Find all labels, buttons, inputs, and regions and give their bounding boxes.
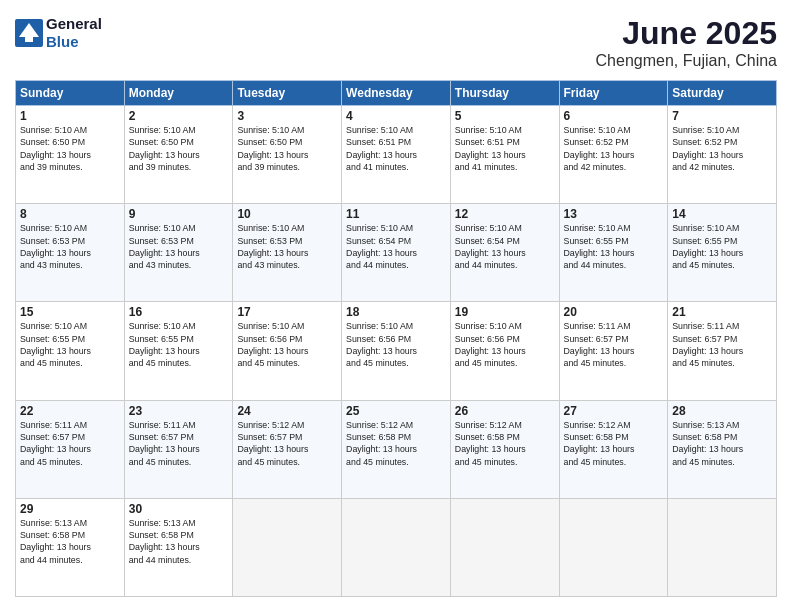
day-number: 2 — [129, 109, 229, 123]
calendar-cell — [342, 498, 451, 596]
day-number: 29 — [20, 502, 120, 516]
calendar-cell: 2Sunrise: 5:10 AMSunset: 6:50 PMDaylight… — [124, 106, 233, 204]
calendar-cell: 8Sunrise: 5:10 AMSunset: 6:53 PMDaylight… — [16, 204, 125, 302]
calendar-cell: 12Sunrise: 5:10 AMSunset: 6:54 PMDayligh… — [450, 204, 559, 302]
day-number: 21 — [672, 305, 772, 319]
th-monday: Monday — [124, 81, 233, 106]
calendar-cell: 15Sunrise: 5:10 AMSunset: 6:55 PMDayligh… — [16, 302, 125, 400]
day-info: Sunrise: 5:10 AMSunset: 6:51 PMDaylight:… — [455, 124, 555, 173]
day-number: 19 — [455, 305, 555, 319]
calendar-subtitle: Chengmen, Fujian, China — [596, 52, 777, 70]
th-sunday: Sunday — [16, 81, 125, 106]
day-info: Sunrise: 5:10 AMSunset: 6:52 PMDaylight:… — [564, 124, 664, 173]
calendar-cell: 10Sunrise: 5:10 AMSunset: 6:53 PMDayligh… — [233, 204, 342, 302]
calendar-cell: 20Sunrise: 5:11 AMSunset: 6:57 PMDayligh… — [559, 302, 668, 400]
day-number: 9 — [129, 207, 229, 221]
day-info: Sunrise: 5:10 AMSunset: 6:50 PMDaylight:… — [20, 124, 120, 173]
calendar-cell: 21Sunrise: 5:11 AMSunset: 6:57 PMDayligh… — [668, 302, 777, 400]
calendar-cell: 17Sunrise: 5:10 AMSunset: 6:56 PMDayligh… — [233, 302, 342, 400]
calendar-cell: 22Sunrise: 5:11 AMSunset: 6:57 PMDayligh… — [16, 400, 125, 498]
day-info: Sunrise: 5:11 AMSunset: 6:57 PMDaylight:… — [20, 419, 120, 468]
calendar-row: 15Sunrise: 5:10 AMSunset: 6:55 PMDayligh… — [16, 302, 777, 400]
calendar-cell: 23Sunrise: 5:11 AMSunset: 6:57 PMDayligh… — [124, 400, 233, 498]
day-info: Sunrise: 5:13 AMSunset: 6:58 PMDaylight:… — [129, 517, 229, 566]
calendar-cell: 9Sunrise: 5:10 AMSunset: 6:53 PMDaylight… — [124, 204, 233, 302]
day-info: Sunrise: 5:10 AMSunset: 6:51 PMDaylight:… — [346, 124, 446, 173]
day-number: 10 — [237, 207, 337, 221]
day-number: 25 — [346, 404, 446, 418]
calendar-cell: 1Sunrise: 5:10 AMSunset: 6:50 PMDaylight… — [16, 106, 125, 204]
calendar-cell: 19Sunrise: 5:10 AMSunset: 6:56 PMDayligh… — [450, 302, 559, 400]
calendar-cell: 16Sunrise: 5:10 AMSunset: 6:55 PMDayligh… — [124, 302, 233, 400]
day-info: Sunrise: 5:10 AMSunset: 6:55 PMDaylight:… — [129, 320, 229, 369]
day-number: 12 — [455, 207, 555, 221]
day-number: 20 — [564, 305, 664, 319]
day-info: Sunrise: 5:12 AMSunset: 6:58 PMDaylight:… — [564, 419, 664, 468]
calendar-cell: 18Sunrise: 5:10 AMSunset: 6:56 PMDayligh… — [342, 302, 451, 400]
day-info: Sunrise: 5:10 AMSunset: 6:55 PMDaylight:… — [564, 222, 664, 271]
calendar-row: 22Sunrise: 5:11 AMSunset: 6:57 PMDayligh… — [16, 400, 777, 498]
day-number: 22 — [20, 404, 120, 418]
calendar-row: 1Sunrise: 5:10 AMSunset: 6:50 PMDaylight… — [16, 106, 777, 204]
day-number: 28 — [672, 404, 772, 418]
calendar-cell: 30Sunrise: 5:13 AMSunset: 6:58 PMDayligh… — [124, 498, 233, 596]
day-number: 17 — [237, 305, 337, 319]
calendar-cell: 24Sunrise: 5:12 AMSunset: 6:57 PMDayligh… — [233, 400, 342, 498]
calendar-cell: 14Sunrise: 5:10 AMSunset: 6:55 PMDayligh… — [668, 204, 777, 302]
header: General Blue June 2025 Chengmen, Fujian,… — [15, 15, 777, 70]
day-info: Sunrise: 5:10 AMSunset: 6:50 PMDaylight:… — [129, 124, 229, 173]
calendar-cell: 5Sunrise: 5:10 AMSunset: 6:51 PMDaylight… — [450, 106, 559, 204]
title-block: June 2025 Chengmen, Fujian, China — [596, 15, 777, 70]
logo: General Blue — [15, 15, 102, 51]
logo-blue: Blue — [46, 33, 102, 51]
th-wednesday: Wednesday — [342, 81, 451, 106]
calendar-row: 29Sunrise: 5:13 AMSunset: 6:58 PMDayligh… — [16, 498, 777, 596]
day-info: Sunrise: 5:10 AMSunset: 6:53 PMDaylight:… — [129, 222, 229, 271]
th-friday: Friday — [559, 81, 668, 106]
day-number: 15 — [20, 305, 120, 319]
calendar-cell: 4Sunrise: 5:10 AMSunset: 6:51 PMDaylight… — [342, 106, 451, 204]
day-info: Sunrise: 5:11 AMSunset: 6:57 PMDaylight:… — [564, 320, 664, 369]
day-info: Sunrise: 5:10 AMSunset: 6:53 PMDaylight:… — [20, 222, 120, 271]
day-info: Sunrise: 5:11 AMSunset: 6:57 PMDaylight:… — [129, 419, 229, 468]
day-number: 18 — [346, 305, 446, 319]
day-number: 7 — [672, 109, 772, 123]
day-number: 14 — [672, 207, 772, 221]
day-info: Sunrise: 5:12 AMSunset: 6:58 PMDaylight:… — [346, 419, 446, 468]
day-info: Sunrise: 5:10 AMSunset: 6:56 PMDaylight:… — [346, 320, 446, 369]
calendar-row: 8Sunrise: 5:10 AMSunset: 6:53 PMDaylight… — [16, 204, 777, 302]
day-number: 4 — [346, 109, 446, 123]
day-info: Sunrise: 5:10 AMSunset: 6:56 PMDaylight:… — [237, 320, 337, 369]
th-thursday: Thursday — [450, 81, 559, 106]
day-number: 5 — [455, 109, 555, 123]
calendar-cell — [668, 498, 777, 596]
day-number: 3 — [237, 109, 337, 123]
day-number: 13 — [564, 207, 664, 221]
day-number: 11 — [346, 207, 446, 221]
calendar-title: June 2025 — [596, 15, 777, 52]
day-number: 26 — [455, 404, 555, 418]
calendar-cell: 28Sunrise: 5:13 AMSunset: 6:58 PMDayligh… — [668, 400, 777, 498]
day-info: Sunrise: 5:10 AMSunset: 6:54 PMDaylight:… — [346, 222, 446, 271]
day-info: Sunrise: 5:10 AMSunset: 6:53 PMDaylight:… — [237, 222, 337, 271]
day-number: 23 — [129, 404, 229, 418]
day-number: 24 — [237, 404, 337, 418]
calendar-cell — [559, 498, 668, 596]
calendar-cell: 6Sunrise: 5:10 AMSunset: 6:52 PMDaylight… — [559, 106, 668, 204]
calendar-cell: 11Sunrise: 5:10 AMSunset: 6:54 PMDayligh… — [342, 204, 451, 302]
day-info: Sunrise: 5:10 AMSunset: 6:55 PMDaylight:… — [672, 222, 772, 271]
day-info: Sunrise: 5:13 AMSunset: 6:58 PMDaylight:… — [672, 419, 772, 468]
day-number: 1 — [20, 109, 120, 123]
day-info: Sunrise: 5:12 AMSunset: 6:57 PMDaylight:… — [237, 419, 337, 468]
th-tuesday: Tuesday — [233, 81, 342, 106]
calendar-cell — [233, 498, 342, 596]
logo-icon — [15, 19, 43, 47]
calendar-table: Sunday Monday Tuesday Wednesday Thursday… — [15, 80, 777, 597]
logo-general: General — [46, 15, 102, 33]
day-info: Sunrise: 5:10 AMSunset: 6:50 PMDaylight:… — [237, 124, 337, 173]
day-info: Sunrise: 5:10 AMSunset: 6:55 PMDaylight:… — [20, 320, 120, 369]
calendar-cell: 29Sunrise: 5:13 AMSunset: 6:58 PMDayligh… — [16, 498, 125, 596]
th-saturday: Saturday — [668, 81, 777, 106]
calendar-cell: 7Sunrise: 5:10 AMSunset: 6:52 PMDaylight… — [668, 106, 777, 204]
day-info: Sunrise: 5:10 AMSunset: 6:52 PMDaylight:… — [672, 124, 772, 173]
